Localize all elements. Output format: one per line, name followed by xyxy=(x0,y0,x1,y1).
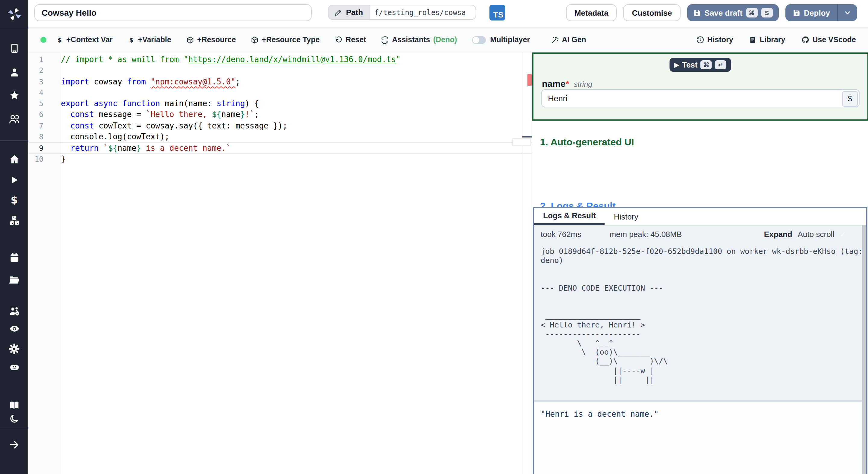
svg-text:$: $ xyxy=(129,36,133,43)
assistants-lang: (Deno) xyxy=(433,36,457,44)
path-input[interactable] xyxy=(369,5,476,20)
sidebar-divider xyxy=(0,28,28,28)
svg-text:$: $ xyxy=(58,36,62,43)
sidebar-divider xyxy=(0,140,28,141)
right-panel: ▶ Test ⌘ ↵ name* string $ 1. Auto-genera… xyxy=(532,53,868,474)
pencil-icon xyxy=(335,8,342,16)
editor-toolbar: $ +Context Var $ +Variable +Resource +Re… xyxy=(28,27,868,53)
code-editor[interactable]: 1// import * as wmill from "https://deno… xyxy=(28,53,532,474)
arrow-right-icon[interactable] xyxy=(0,439,28,450)
svg-text:$: $ xyxy=(10,194,18,206)
sidebar-divider xyxy=(0,429,28,429)
test-button[interactable]: ▶ Test ⌘ ↵ xyxy=(670,58,732,72)
logs-tabs: Logs & Result History xyxy=(534,208,866,226)
add-resource-type-button[interactable]: +Resource Type xyxy=(251,36,320,44)
tab-history[interactable]: History xyxy=(605,208,647,225)
refresh-icon xyxy=(381,36,389,44)
history-clock-icon xyxy=(696,36,704,44)
user-icon[interactable] xyxy=(0,67,28,78)
assistants-button[interactable]: Assistants (Deno) xyxy=(381,36,457,44)
multiplayer-label: Multiplayer xyxy=(490,36,530,44)
github-icon xyxy=(801,36,809,44)
path-button[interactable]: Path xyxy=(328,5,369,20)
history-button[interactable]: History xyxy=(696,36,733,44)
ai-gen-button[interactable]: AI Gen xyxy=(551,36,586,44)
typescript-badge: TS xyxy=(490,5,505,21)
log-output: job 0189d64f-812b-525e-f020-652bd9da1100… xyxy=(534,242,866,401)
cubes-icon[interactable] xyxy=(0,215,28,226)
error-marker xyxy=(527,74,532,86)
multiplayer-toggle[interactable] xyxy=(472,36,486,44)
required-asterisk: * xyxy=(565,79,569,89)
deploy-dropdown-button[interactable] xyxy=(837,4,857,21)
dollar-icon[interactable]: $ xyxy=(0,194,28,206)
library-button[interactable]: Library xyxy=(749,36,785,44)
windmill-logo[interactable] xyxy=(0,5,28,22)
reset-icon xyxy=(335,36,343,44)
topbar: Path TS Metadata Customise Save draft ⌘ … xyxy=(28,0,868,27)
check-icon: ✓ xyxy=(840,230,846,238)
status-dot xyxy=(40,37,46,43)
save-icon xyxy=(792,9,800,17)
expand-button[interactable]: Expand xyxy=(764,230,792,238)
field-name-label: name* xyxy=(542,79,569,89)
splitter-handle[interactable] xyxy=(522,136,532,138)
chevron-down-icon xyxy=(844,9,851,16)
logs-scrollbar[interactable] xyxy=(862,225,866,474)
result-value: "Henri is a decent name." xyxy=(541,410,866,418)
path-group: Path xyxy=(328,5,476,20)
building-icon[interactable] xyxy=(0,43,28,54)
package-icon xyxy=(186,36,194,44)
duration-stat: took 762ms xyxy=(541,230,581,238)
sidebar: $ xyxy=(0,0,28,474)
play-icon: ▶ xyxy=(675,61,679,68)
path-label: Path xyxy=(346,8,363,17)
logs-panel: Logs & Result History took 762ms mem pea… xyxy=(533,207,867,474)
windmill-script-editor: $ xyxy=(0,0,868,474)
use-vscode-button[interactable]: Use VScode xyxy=(801,36,856,44)
library-book-icon xyxy=(749,36,757,44)
kbd-enter: ↵ xyxy=(715,60,726,69)
test-args-box: ▶ Test ⌘ ↵ name* string $ xyxy=(532,53,868,121)
reset-button[interactable]: Reset xyxy=(335,36,366,44)
users-icon[interactable] xyxy=(0,113,28,124)
result-area: "Henri is a decent name." xyxy=(534,401,866,474)
eye-icon[interactable] xyxy=(0,323,28,334)
kbd-s: S xyxy=(761,8,772,18)
home-icon[interactable] xyxy=(0,154,28,165)
run-stats: took 762ms mem peak: 45.08MB Expand Auto… xyxy=(534,226,866,242)
save-draft-button[interactable]: Save draft ⌘ S xyxy=(687,4,779,21)
deploy-button[interactable]: Deploy xyxy=(785,4,857,21)
star-icon[interactable] xyxy=(0,90,28,101)
code-lines: 1// import * as wmill from "https://deno… xyxy=(28,54,532,165)
metadata-button[interactable]: Metadata xyxy=(566,4,617,21)
moon-icon[interactable] xyxy=(0,413,28,424)
robot-icon[interactable] xyxy=(0,362,28,373)
wand-icon xyxy=(551,36,559,44)
add-variable-button[interactable]: $ +Variable xyxy=(128,36,172,44)
kbd-cmd: ⌘ xyxy=(701,60,712,69)
add-context-var-button[interactable]: $ +Context Var xyxy=(56,36,113,44)
splitter-box xyxy=(513,138,531,146)
calendar-icon[interactable] xyxy=(0,252,28,263)
section-auto-generated-ui: 1. Auto-generated UI xyxy=(540,137,634,148)
autoscroll-toggle[interactable]: Auto scroll xyxy=(798,230,834,238)
user-gear-icon[interactable] xyxy=(0,306,28,317)
play-icon[interactable] xyxy=(0,174,28,185)
gear-icon[interactable] xyxy=(0,343,28,354)
insert-variable-button[interactable]: $ xyxy=(842,91,858,107)
customise-button[interactable]: Customise xyxy=(624,4,681,21)
field-type-label: string xyxy=(574,80,592,89)
save-icon xyxy=(693,9,701,17)
memory-stat: mem peak: 45.08MB xyxy=(610,230,682,238)
add-resource-button[interactable]: +Resource xyxy=(186,36,236,44)
script-title-input[interactable] xyxy=(34,4,312,21)
book-icon[interactable] xyxy=(0,400,28,411)
kbd-cmd: ⌘ xyxy=(746,8,757,18)
name-field-input[interactable] xyxy=(541,89,860,107)
tab-logs-result[interactable]: Logs & Result xyxy=(534,208,605,225)
package-icon xyxy=(251,36,259,44)
folder-icon[interactable] xyxy=(0,274,28,285)
editor-right-border xyxy=(523,53,523,474)
